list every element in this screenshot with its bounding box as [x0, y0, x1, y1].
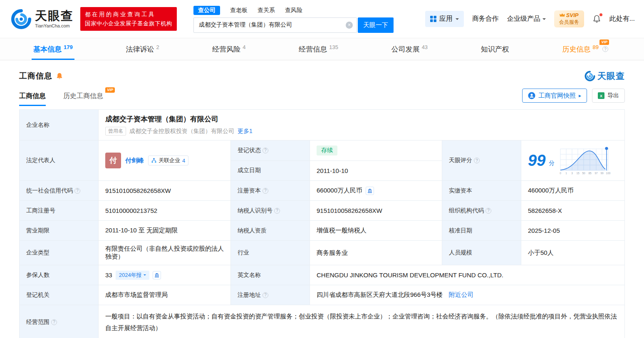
help-icon[interactable]: [263, 148, 268, 153]
svg-text:3: 3: [571, 172, 573, 175]
tab-count: 89: [592, 44, 598, 50]
subscribe-bell-icon[interactable]: [56, 72, 63, 80]
tab-basic-info[interactable]: 基本信息 179: [33, 38, 73, 60]
tab-business-info[interactable]: 经营信息 135: [299, 38, 338, 60]
field-label: 纳税人识别号: [238, 207, 272, 215]
registration-number: 510100000213752: [105, 207, 157, 214]
promo-banner: 都在用的商业查询工具 国家中小企业发展子基金旗下机构: [80, 7, 177, 31]
company-name-cell: 成都交子资本管理（集团）有限公司 曾用名 成都交子金控股权投资（集团）有限公司 …: [99, 110, 624, 140]
tianyancha-logo[interactable]: 天眼查 TianYanCha.com: [11, 9, 74, 30]
header-more-text[interactable]: 此处有...: [609, 15, 635, 23]
promo-banner-line1: 都在用的商业查询工具: [85, 10, 172, 19]
help-icon[interactable]: [274, 208, 280, 214]
business-cooperation-link[interactable]: 商务合作: [472, 15, 499, 23]
insured-detail-button[interactable]: [153, 271, 161, 279]
table-actions: 工商官网快照 ▸ X 导出: [522, 89, 625, 106]
business-term-cell: 2011-10-10 至 无固定期限: [99, 221, 231, 240]
field-label-paid-capital: 实缴资本: [442, 181, 521, 200]
svg-text:1: 1: [565, 172, 567, 175]
search-row: × 天眼一下: [193, 17, 394, 33]
export-button[interactable]: X 导出: [592, 89, 625, 103]
bank-icon: [367, 188, 372, 193]
enterprise-products-label: 企业级产品: [507, 15, 540, 23]
person-badge-icon: [528, 92, 535, 99]
legal-rep-name-link[interactable]: 付剑峰: [125, 157, 144, 165]
field-label-taxpayer-id: 纳税人识别号: [231, 201, 310, 220]
search-area: 查公司 查老板 查关系 查风险 × 天眼一下: [193, 5, 394, 33]
insured-count: 33: [105, 271, 112, 279]
search-button[interactable]: 天眼一下: [358, 17, 394, 33]
section-header: 工商信息 天眼查: [19, 70, 625, 82]
business-info-table: 企业名称 成都交子资本管理（集团）有限公司 曾用名 成都交子金控股权投资（集团）…: [19, 109, 625, 338]
registered-address-cell: 四川省成都市高新区天府大道北段966号3号楼 附近公司: [310, 285, 624, 305]
tab-legal-proceedings[interactable]: 法律诉讼 2: [126, 38, 159, 60]
search-tab-boss[interactable]: 查老板: [230, 7, 248, 14]
field-label-business-scope: 经营范围: [20, 305, 99, 338]
subtab-business-info[interactable]: 工商信息: [19, 92, 46, 106]
apps-menu-button[interactable]: 应用: [425, 11, 464, 27]
tab-count: 179: [64, 44, 73, 50]
more-former-names-link[interactable]: 更多1: [238, 128, 253, 135]
staff-size-cell: 小于50人: [521, 241, 624, 265]
field-label: 登记机关: [26, 291, 50, 299]
related-companies-button[interactable]: 关联企业 4: [148, 155, 188, 165]
help-icon[interactable]: [263, 188, 268, 194]
help-icon[interactable]: [485, 208, 491, 214]
vip-badge: VIP: [599, 39, 609, 45]
tab-company-development[interactable]: 公司发展 43: [391, 38, 428, 60]
capital-detail-button[interactable]: [366, 187, 374, 195]
table-row: 企业类型 有限责任公司（非自然人投资或控股的法人独资） 行业 商务服务业 人员规…: [20, 241, 624, 265]
related-companies-label: 关联企业: [159, 157, 180, 164]
related-companies-count: 4: [182, 158, 185, 164]
main-content: 工商信息 天眼查 工商信息 VIP: [0, 70, 644, 338]
help-icon[interactable]: [263, 292, 268, 298]
establish-date-cell: 2011-10-10: [310, 161, 442, 181]
svg-text:0: 0: [560, 172, 561, 175]
search-input[interactable]: [194, 22, 357, 28]
tab-label: 历史信息: [562, 44, 590, 54]
nearby-companies-link[interactable]: 附近公司: [448, 291, 473, 299]
clear-search-icon[interactable]: ×: [346, 22, 353, 29]
tianyancha-watermark: 天眼查: [585, 70, 625, 82]
field-label: 成立日期: [238, 167, 261, 174]
promo-banner-line2: 国家中小企业发展子基金旗下机构: [85, 19, 172, 28]
legal-rep-avatar[interactable]: 付: [105, 153, 121, 168]
search-type-tabs: 查公司 查老板 查关系 查风险: [193, 5, 394, 15]
tab-history-info[interactable]: VIP 历史信息 89: [562, 38, 608, 60]
business-term: 2011-10-10 至 无固定期限: [105, 227, 178, 234]
tab-intellectual-property[interactable]: 知识产权: [481, 38, 509, 60]
help-icon[interactable]: [51, 319, 57, 325]
field-label: 工商注册号: [26, 207, 55, 215]
help-icon[interactable]: [474, 158, 480, 163]
enterprise-products-link[interactable]: 企业级产品: [507, 15, 546, 23]
annual-report-badge[interactable]: 2024年报: [116, 271, 149, 280]
subtab-history-business-info[interactable]: VIP 历史工商信息: [63, 92, 103, 106]
industry: 商务服务业: [317, 249, 348, 257]
table-row: 统一社会信用代码 9151010058262658XW 注册资本 660000万…: [20, 181, 624, 201]
search-tab-relation[interactable]: 查关系: [258, 7, 275, 14]
annual-report-label: 2024年报: [119, 271, 142, 279]
svip-membership-button[interactable]: SVIP 会员服务: [554, 10, 584, 27]
field-label-approval-date: 核准日期: [442, 221, 521, 240]
search-tab-company[interactable]: 查公司: [193, 6, 220, 15]
business-scope: 一般项目：以自有资金从事投资活动；自有资金投资的资产管理服务；创业投资（限投资未…: [105, 313, 617, 331]
field-label-legal-representative: 法定代表人: [20, 141, 99, 180]
svg-text:99: 99: [601, 172, 604, 175]
english-name: CHENGDU JINKONG TOURISM DEVELOPMENT FUND…: [317, 271, 503, 279]
field-label: 登记状态: [238, 147, 261, 154]
tab-count: 4: [243, 44, 245, 50]
watermark-text: 天眼查: [597, 70, 625, 82]
official-snapshot-button[interactable]: 工商官网快照 ▸: [522, 89, 587, 103]
notifications-bell[interactable]: [592, 15, 601, 23]
credit-code: 9151010058262658XW: [105, 187, 171, 194]
former-name-line: 曾用名 成都交子金控股权投资（集团）有限公司 更多1: [105, 127, 253, 136]
apps-menu-label: 应用: [439, 15, 453, 23]
search-tab-risk[interactable]: 查风险: [285, 7, 302, 14]
credit-code-cell: 9151010058262658XW: [99, 181, 231, 200]
insured-count-cell: 33 2024年报: [99, 265, 231, 285]
help-icon[interactable]: [602, 46, 608, 52]
table-row: 企业名称 成都交子资本管理（集团）有限公司 曾用名 成都交子金控股权投资（集团）…: [20, 110, 624, 141]
tianyan-score-cell[interactable]: 99 分: [521, 141, 624, 180]
help-icon[interactable]: [74, 188, 80, 194]
tab-operating-risk[interactable]: 经营风险 4: [212, 38, 245, 60]
